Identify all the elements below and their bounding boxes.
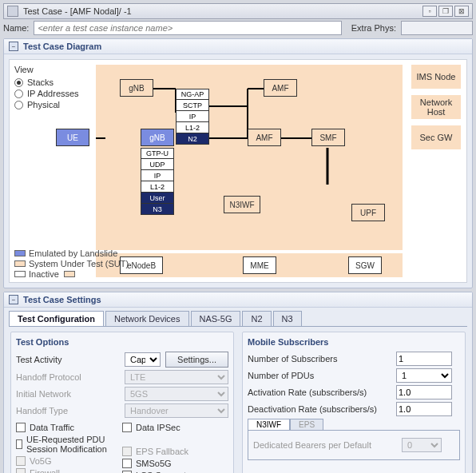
- view-panel-title: View: [14, 65, 90, 74]
- test-activity-settings-button[interactable]: Settings...: [165, 352, 228, 368]
- mobile-subscribers-panel: Mobile Subscribers Number of Subscribers…: [242, 332, 466, 473]
- diagram-section: − Test Case Diagram View Stacks IP Addre…: [3, 38, 473, 288]
- activation-rate-input[interactable]: [396, 385, 452, 399]
- extra-phys-box[interactable]: [401, 21, 473, 35]
- num-subscribers-input[interactable]: [396, 352, 452, 366]
- node-upf[interactable]: UPF: [351, 204, 385, 221]
- num-pdus-select[interactable]: 1: [396, 368, 452, 383]
- subtab-n3iwf[interactable]: N3IWF: [248, 419, 290, 431]
- test-activity-select[interactable]: Capacity Test: [125, 352, 161, 367]
- legend-swatch-sut: [14, 260, 26, 267]
- app-icon: [7, 6, 18, 17]
- settings-body: Test Configuration Network Devices NAS-5…: [4, 308, 472, 473]
- test-options-panel: Test Options Test Activity Capacity Test…: [10, 332, 234, 473]
- stack-n2[interactable]: NG-AP SCTP IP L1-2 N2: [176, 89, 209, 145]
- side-node-network-host[interactable]: Network Host: [411, 95, 461, 119]
- side-column: IMS Node Network Host Sec GW: [411, 65, 462, 156]
- diagram-section-title: Test Case Diagram: [23, 42, 101, 51]
- extra-phys-label: Extra Phys:: [351, 23, 396, 33]
- node-smf[interactable]: SMF: [311, 129, 345, 146]
- view-panel: View Stacks IP Addresses Physical: [14, 65, 90, 111]
- node-amf-top[interactable]: AMF: [264, 79, 297, 97]
- row-num-pdus: Number of PDUs 1: [248, 368, 460, 383]
- row-num-subscribers: Number of Subscribers: [248, 352, 460, 366]
- node-gnb[interactable]: gNB: [141, 129, 174, 146]
- checkbox-columns: Data Traffic UE-Requested PDU Session Mo…: [16, 420, 228, 473]
- legend-swatch-inactive: [14, 271, 26, 277]
- radio-dot-icon: [14, 101, 23, 109]
- row-activation-rate: Activation Rate (subscribers/s): [248, 385, 460, 399]
- tab-network-devices[interactable]: Network Devices: [105, 311, 189, 326]
- initial-network-select: 5GS: [125, 387, 228, 401]
- row-handoff-type: Handoff Type Handover: [16, 403, 228, 418]
- radio-dot-icon: [14, 78, 23, 87]
- deactivation-rate-input[interactable]: [396, 402, 452, 416]
- subtab-panel: Dedicated Bearers per Default 0: [248, 430, 460, 460]
- chk-vo5g: Vo5G: [16, 456, 122, 466]
- tab-n2[interactable]: N2: [242, 311, 271, 326]
- handoff-type-select: Handover: [125, 403, 228, 418]
- settings-section-title: Test Case Settings: [23, 295, 101, 304]
- node-ue[interactable]: UE: [56, 129, 89, 146]
- window-max-button[interactable]: ❐: [438, 6, 453, 17]
- node-sgw[interactable]: SGW: [348, 256, 382, 274]
- view-opt-stacks[interactable]: Stacks: [14, 78, 90, 87]
- name-row: Name: Extra Phys:: [3, 21, 473, 35]
- handoff-protocol-select: LTE: [125, 370, 228, 384]
- tab-test-configuration[interactable]: Test Configuration: [9, 311, 104, 326]
- dedicated-bearers-select: 0: [402, 438, 442, 452]
- chk-data-traffic[interactable]: Data Traffic: [16, 423, 122, 432]
- diagram-collapse-toggle[interactable]: −: [9, 42, 18, 51]
- chk-ue-requested-pdu[interactable]: UE-Requested PDU Session Modification: [16, 435, 122, 454]
- title-bar: Test Case - [AMF Nodal]/ -1 ▫ ❐ ⊠: [3, 3, 473, 19]
- node-mme[interactable]: MME: [243, 256, 276, 274]
- subtab-row: N3IWF EPS: [248, 419, 460, 431]
- row-test-activity: Test Activity Capacity Test Settings...: [16, 352, 228, 368]
- node-amf[interactable]: AMF: [248, 129, 281, 146]
- legend-swatch-emulated: [14, 250, 26, 256]
- row-initial-network: Initial Network 5GS: [16, 387, 228, 401]
- node-gnb-top[interactable]: gNB: [120, 79, 153, 97]
- side-node-ims[interactable]: IMS Node: [411, 65, 461, 89]
- side-node-secgw[interactable]: Sec GW: [411, 125, 461, 149]
- settings-columns: Test Options Test Activity Capacity Test…: [9, 327, 467, 473]
- chk-eps-fallback: EPS Fallback: [122, 447, 228, 456]
- tab-n3[interactable]: N3: [273, 311, 302, 326]
- chk-data-ipsec[interactable]: Data IPSec: [122, 423, 228, 432]
- diagram-section-header: − Test Case Diagram: [4, 39, 472, 54]
- settings-section-header: − Test Case Settings: [4, 292, 472, 308]
- settings-section: − Test Case Settings Test Configuration …: [3, 292, 473, 473]
- diagram-body: View Stacks IP Addresses Physical: [9, 59, 467, 283]
- legend-swatch-inactive2: [64, 271, 75, 277]
- diagram-legend: Emulated by Landslide System Under Test …: [14, 248, 129, 279]
- node-n3iwf[interactable]: N3IWF: [224, 196, 260, 213]
- radio-dot-icon: [14, 89, 23, 98]
- name-input[interactable]: [34, 21, 341, 35]
- test-options-title: Test Options: [16, 337, 228, 347]
- tab-nas-5g[interactable]: NAS-5G: [191, 311, 241, 326]
- diagram-canvas[interactable]: gNB AMF gNB AMF SMF NG-AP SCTP IP L1-2 N…: [96, 65, 403, 250]
- chk-firewall: Firewall: [16, 468, 122, 473]
- mobile-subs-title: Mobile Subscribers: [248, 337, 460, 347]
- window-close-button[interactable]: ⊠: [454, 6, 469, 17]
- bottom-tier: eNodeB MME SGW: [96, 253, 403, 277]
- window-title: Test Case - [AMF Nodal]/ -1: [23, 6, 421, 16]
- view-opt-ipaddr[interactable]: IP Addresses: [14, 89, 90, 98]
- settings-collapse-toggle[interactable]: −: [9, 295, 18, 304]
- view-opt-physical[interactable]: Physical: [14, 100, 90, 109]
- settings-tabs: Test Configuration Network Devices NAS-5…: [9, 311, 467, 327]
- row-deactivation-rate: Deactivation Rate (subscribers/s): [248, 402, 460, 416]
- row-handoff-protocol: Handoff Protocol LTE: [16, 370, 228, 384]
- window-min-button[interactable]: ▫: [422, 6, 437, 17]
- stack-n3[interactable]: GTP-U UDP IP L1-2 User N3: [141, 148, 174, 215]
- name-label: Name:: [3, 23, 29, 33]
- chk-smso5g[interactable]: SMSo5G: [122, 459, 228, 468]
- subtab-eps[interactable]: EPS: [290, 419, 323, 431]
